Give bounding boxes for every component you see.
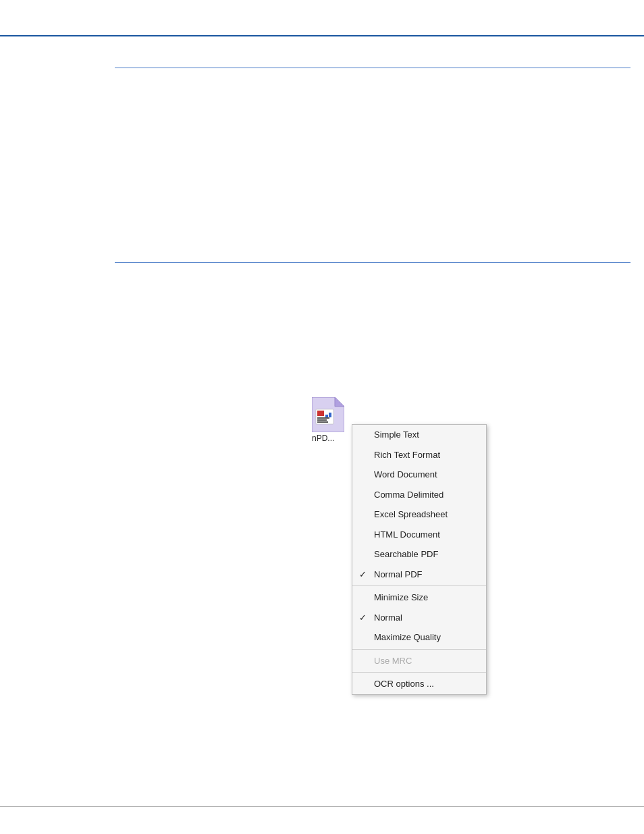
menu-item-excel-spreadsheet[interactable]: Excel Spreadsheet [352,504,486,525]
svg-rect-3 [317,411,324,416]
file-icon-label: nPD... [312,434,334,443]
inner-top-line [115,68,630,68]
checkmark-icon: ✓ [359,611,367,625]
menu-divider-divider2 [352,649,486,650]
menu-item-minimize-size[interactable]: Minimize Size [352,588,486,608]
menu-item-html-document[interactable]: HTML Document [352,525,486,545]
menu-item-label-minimize-size: Minimize Size [374,591,428,604]
menu-item-use-mrc: Use MRC [352,651,486,671]
svg-rect-4 [325,415,328,417]
menu-item-word-document[interactable]: Word Document [352,465,486,485]
menu-item-label-normal-pdf: Normal PDF [374,568,423,581]
menu-item-label-excel-spreadsheet: Excel Spreadsheet [374,508,448,521]
menu-item-label-word-document: Word Document [374,468,437,481]
svg-marker-1 [335,397,344,407]
menu-item-label-simple-text: Simple Text [374,428,419,442]
checkmark-icon: ✓ [359,568,367,581]
menu-item-rich-text-format[interactable]: Rich Text Format [352,445,486,465]
top-border [0,35,644,36]
menu-item-comma-delimited[interactable]: Comma Delimited [352,485,486,505]
bottom-border [0,806,644,807]
inner-mid-line [115,262,630,263]
svg-rect-5 [329,413,331,417]
menu-item-label-searchable-pdf: Searchable PDF [374,548,438,561]
menu-divider-divider3 [352,672,486,673]
menu-item-ocr-options[interactable]: OCR options ... [352,674,486,694]
menu-item-label-comma-delimited: Comma Delimited [374,488,444,502]
menu-divider-divider1 [352,585,486,586]
menu-item-label-html-document: HTML Document [374,528,440,542]
context-menu: Simple TextRich Text FormatWord Document… [352,424,487,695]
menu-item-searchable-pdf[interactable]: Searchable PDF [352,544,486,565]
menu-item-simple-text[interactable]: Simple Text [352,425,486,445]
svg-rect-8 [317,421,328,423]
menu-item-label-use-mrc: Use MRC [374,654,412,668]
menu-item-normal-pdf[interactable]: ✓Normal PDF [352,565,486,585]
file-icon[interactable] [312,397,344,432]
menu-item-label-rich-text-format: Rich Text Format [374,448,440,462]
menu-item-label-normal: Normal [374,611,402,625]
svg-rect-6 [317,417,329,419]
file-icon-area: nPD... [312,397,344,443]
menu-item-maximize-quality[interactable]: Maximize Quality [352,627,486,648]
svg-rect-7 [317,419,327,421]
menu-item-label-maximize-quality: Maximize Quality [374,631,441,644]
menu-item-label-ocr-options: OCR options ... [374,677,434,691]
menu-item-normal[interactable]: ✓Normal [352,608,486,628]
